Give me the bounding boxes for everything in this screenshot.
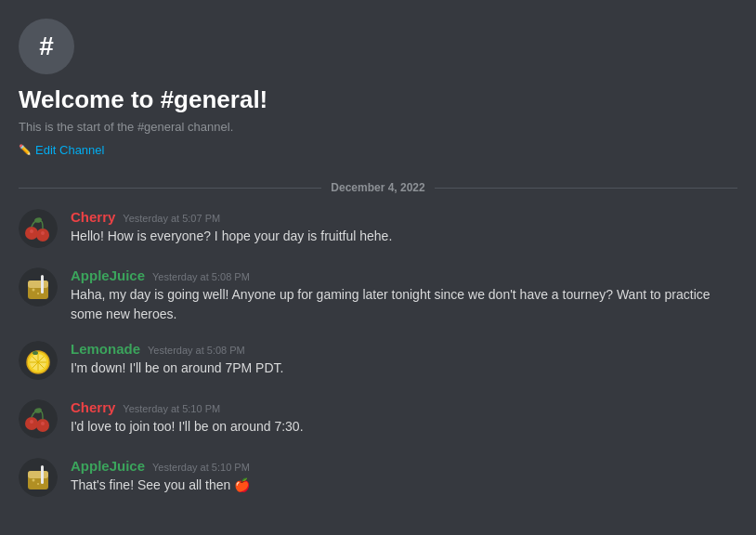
message-item: Cherry Yesterday at 5:07 PM Hello! How i… [19,209,737,251]
username-3[interactable]: Cherry [71,399,115,415]
svg-point-32 [37,483,39,485]
avatar-applejuice-4 [19,458,58,500]
timestamp-3: Yesterday at 5:10 PM [123,403,220,414]
message-header-2: Lemonade Yesterday at 5:08 PM [71,341,737,357]
message-content-0: Cherry Yesterday at 5:07 PM Hello! How i… [71,209,737,246]
message-content-1: AppleJuice Yesterday at 5:08 PM Haha, my… [71,268,737,324]
divider-line-left [19,188,321,189]
message-text-0: Hello! How is everyone? I hope your day … [71,227,737,246]
svg-point-4 [41,231,45,235]
svg-point-25 [41,422,45,425]
avatar-lemonade-2 [19,341,58,383]
message-item: Cherry Yesterday at 5:10 PM I'd love to … [19,399,737,441]
date-divider-text: December 4, 2022 [331,181,424,194]
svg-point-21 [19,399,58,438]
svg-point-31 [33,479,35,482]
svg-rect-9 [41,275,44,294]
message-header-3: Cherry Yesterday at 5:10 PM [71,399,737,415]
message-text-4: That's fine! See you all then 🍎 [71,476,737,495]
svg-point-2 [30,229,33,233]
message-header-0: Cherry Yesterday at 5:07 PM [71,209,737,225]
message-item: Lemonade Yesterday at 5:08 PM I'm down! … [19,341,737,383]
avatar-applejuice-1 [19,268,58,309]
message-header-4: AppleJuice Yesterday at 5:10 PM [71,458,737,474]
date-divider: December 4, 2022 [19,181,737,194]
channel-header: # Welcome to #general! This is the start… [0,0,756,166]
username-4[interactable]: AppleJuice [71,458,145,474]
avatar-cherry-0 [19,209,58,251]
edit-channel-button[interactable]: ✏️ Edit Channel [19,143,104,157]
svg-point-0 [19,209,58,248]
timestamp-1: Yesterday at 5:08 PM [152,271,250,282]
hash-symbol: # [39,32,54,61]
avatar-cherry-3 [19,399,58,441]
svg-point-23 [30,420,33,424]
username-1[interactable]: AppleJuice [71,268,145,283]
timestamp-4: Yesterday at 5:10 PM [152,462,250,473]
username-2[interactable]: Lemonade [71,341,140,357]
svg-point-11 [37,293,39,294]
message-item: AppleJuice Yesterday at 5:10 PM That's f… [19,458,737,500]
svg-rect-8 [28,281,48,288]
message-content-3: Cherry Yesterday at 5:10 PM I'd love to … [71,399,737,437]
message-text-2: I'm down! I'll be on around 7PM PDT. [71,359,737,378]
timestamp-0: Yesterday at 5:07 PM [123,213,220,224]
divider-line-right [435,188,737,189]
svg-rect-30 [41,465,44,484]
pencil-icon: ✏️ [19,144,32,156]
channel-title: Welcome to #general! [19,85,737,114]
message-text-1: Haha, my day is going well! Anyone up fo… [71,285,737,324]
edit-channel-label: Edit Channel [35,143,104,157]
message-content-4: AppleJuice Yesterday at 5:10 PM That's f… [71,458,737,495]
message-item: AppleJuice Yesterday at 5:08 PM Haha, my… [19,268,737,324]
message-content-2: Lemonade Yesterday at 5:08 PM I'm down! … [71,341,737,378]
svg-point-10 [33,289,35,292]
svg-point-20 [33,351,38,355]
message-header-1: AppleJuice Yesterday at 5:08 PM [71,268,737,283]
username-0[interactable]: Cherry [71,209,115,225]
channel-description: This is the start of the #general channe… [19,120,737,134]
message-text-3: I'd love to join too! I'll be on around … [71,417,737,437]
timestamp-2: Yesterday at 5:08 PM [148,345,245,356]
messages-container: Cherry Yesterday at 5:07 PM Hello! How i… [0,209,756,500]
channel-icon: # [19,19,74,74]
svg-rect-29 [28,471,48,478]
